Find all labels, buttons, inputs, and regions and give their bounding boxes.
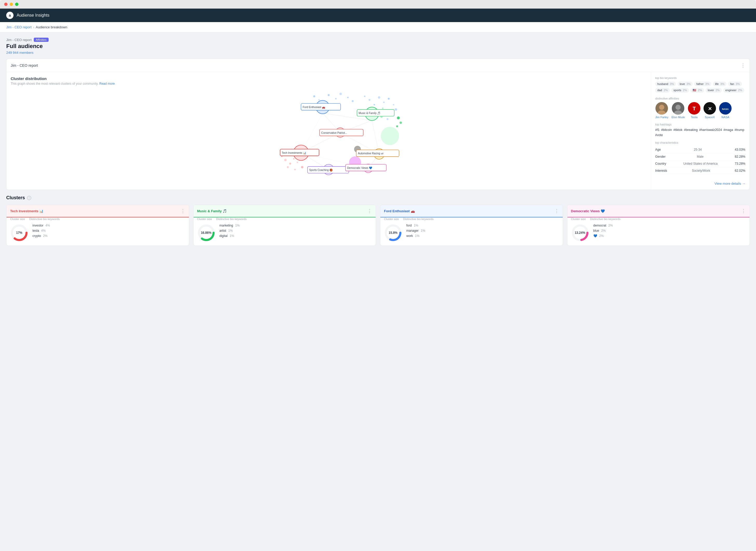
hashtag-trump: #trump	[735, 128, 744, 132]
cluster-tech-stats: 17% investor4% tesla4% crypto2%	[10, 224, 185, 242]
kw-work: work1%	[406, 234, 559, 238]
maximize-button[interactable]	[15, 3, 18, 6]
breadcrumb-parent[interactable]: Jim - CEO report	[6, 25, 32, 29]
svg-point-13	[393, 104, 395, 105]
svg-text:Music & Family 🎵: Music & Family 🎵	[359, 111, 381, 115]
kw-democrat: democrat2%	[593, 224, 746, 227]
affinity-elonmusk-name: Elon Musk	[672, 116, 685, 119]
svg-point-10	[378, 96, 381, 99]
window-chrome	[0, 0, 756, 9]
kw-blue: blue2%	[593, 229, 746, 232]
cluster-card-democratic-body: Cluster size Distinctive bio keywords 13…	[567, 217, 750, 245]
char-value-interests: Society/Work	[692, 169, 710, 172]
read-more-link[interactable]: Read more	[99, 82, 115, 85]
char-label-country: Country	[655, 162, 666, 165]
keyword-father: father 3%	[694, 82, 711, 86]
cluster-cards-grid: Tech Investments 📊 ⋮ Cluster size Distin…	[6, 205, 750, 246]
kw-tesla: tesla4%	[32, 229, 185, 232]
hashtag-harriswalz: #harriswalz2024	[699, 128, 722, 132]
cluster-music-pct: 16.86%	[201, 231, 211, 234]
svg-point-3	[347, 97, 348, 98]
view-more-row: View more details →	[655, 178, 745, 185]
main-panel: Jim - CEO report ⋮ Cluster distribution …	[6, 59, 750, 190]
cluster-distribution-title: Cluster distribution	[11, 76, 647, 81]
hashtags-list: #f1 #bitcoin #tiktok #breaking #harriswa…	[655, 128, 745, 137]
cluster-card-music-menu[interactable]: ⋮	[367, 208, 372, 214]
minimize-button[interactable]	[10, 3, 13, 6]
affinity-jimfarley[interactable]: Jim Farley	[655, 102, 668, 119]
cluster-card-tech-body: Cluster size Distinctive bio keywords 17…	[6, 217, 189, 245]
char-value-gender: Male	[697, 155, 704, 158]
cluster-card-ford-menu[interactable]: ⋮	[554, 208, 559, 214]
hashtag-tiktok: #tiktok	[673, 128, 683, 132]
svg-point-7	[364, 96, 365, 97]
svg-point-71	[659, 105, 664, 110]
cluster-card-tech-menu[interactable]: ⋮	[180, 208, 185, 214]
char-pct-interests: 62.02%	[735, 169, 745, 172]
app-title: Audiense Insights	[17, 13, 49, 18]
cluster-keywords-label-music: Distinctive bio keywords	[216, 217, 246, 220]
svg-text:Democratic Views 💙: Democratic Views 💙	[347, 166, 372, 170]
cluster-dem-donut: 13.24%	[571, 224, 589, 242]
hashtag-vote: #vote	[655, 133, 663, 137]
affinities-section: Distinctive affinities Jim Farley	[655, 97, 745, 119]
view-more-link[interactable]: View more details →	[714, 181, 745, 185]
cluster-distribution-subtitle: This graph shows the most relevant clust…	[11, 82, 647, 85]
cluster-card-music-body: Cluster size Distinctive bio keywords 16…	[193, 217, 376, 245]
svg-point-27	[284, 159, 286, 161]
svg-point-0	[327, 94, 329, 96]
svg-point-18	[400, 122, 402, 124]
report-header: Jim - CEO report Affinities Full audienc…	[6, 38, 750, 55]
affinity-nasa[interactable]: NASA NASA	[719, 102, 732, 119]
cluster-tech-pct: 17%	[16, 231, 22, 234]
hashtags-title: Top hashtags	[655, 123, 745, 126]
cluster-music-stats: 16.86% marketing1% artist1% digital1%	[197, 224, 372, 242]
char-row-gender: Gender Male 82.28%	[655, 153, 745, 160]
svg-point-33	[287, 166, 289, 168]
cluster-ford-pct: 15.8%	[389, 231, 398, 234]
cluster-sidebar: Top bio keywords husband 3% love 3% fath…	[651, 72, 750, 190]
svg-point-20	[382, 107, 384, 109]
cluster-card-democratic-menu[interactable]: ⋮	[741, 208, 746, 214]
cluster-card-tech: Tech Investments 📊 ⋮ Cluster size Distin…	[6, 205, 189, 246]
characteristics-section: Top characteristics Age 25-34 43.03% Gen…	[655, 141, 745, 174]
cluster-card-democratic-title: Democratic Views 💙	[571, 209, 605, 213]
svg-point-74	[675, 105, 681, 110]
kw-heart: 💙2%	[593, 234, 746, 238]
cluster-tech-keywords: investor4% tesla4% crypto2%	[32, 224, 185, 239]
affinity-tesla[interactable]: T Tesla	[688, 102, 700, 119]
cluster-ford-donut: 15.8%	[384, 224, 402, 242]
cluster-card-democratic: Democratic Views 💙 ⋮ Cluster size Distin…	[567, 205, 750, 246]
cluster-layout: Cluster distribution This graph shows th…	[6, 72, 750, 190]
affinity-spacex[interactable]: ✕ SpaceX	[704, 102, 716, 119]
char-row-interests: Interests Society/Work 62.02%	[655, 167, 745, 174]
cluster-size-label-music: Cluster size	[197, 217, 212, 220]
characteristics-table: Age 25-34 43.03% Gender Male 82.28% Coun…	[655, 146, 745, 174]
panel-menu-button[interactable]: ⋮	[741, 63, 745, 68]
cluster-card-democratic-header: Democratic Views 💙 ⋮	[567, 205, 750, 217]
keyword-love: love 3%	[678, 82, 693, 86]
clusters-header: Clusters i	[6, 195, 750, 200]
cluster-ford-keywords: ford1% manager1% work1%	[406, 224, 559, 239]
close-button[interactable]	[4, 3, 8, 6]
characteristics-title: Top characteristics	[655, 141, 745, 144]
kw-ford: ford1%	[406, 224, 559, 227]
clusters-info-icon[interactable]: i	[27, 196, 31, 200]
cluster-card-tech-title: Tech Investments 📊	[10, 209, 43, 213]
cluster-card-ford-header: Ford Enthusiast 🚗 ⋮	[381, 205, 563, 217]
affinity-elonmusk[interactable]: Elon Musk	[672, 102, 685, 119]
svg-point-31	[301, 166, 303, 168]
svg-point-11	[383, 102, 385, 103]
svg-point-9	[373, 104, 375, 105]
app-header: a Audiense Insights	[0, 9, 756, 22]
svg-point-1	[335, 98, 337, 99]
svg-point-5	[318, 99, 320, 101]
kw-artist: artist1%	[219, 229, 372, 232]
char-value-age: 25-34	[694, 148, 702, 151]
bio-keywords-title: Top bio keywords	[655, 76, 745, 79]
main-content: Jim - CEO report Affinities Full audienc…	[0, 32, 756, 251]
cluster-tech-donut: 17%	[10, 224, 28, 242]
kw-crypto: crypto2%	[32, 234, 185, 238]
cluster-card-tech-header: Tech Investments 📊 ⋮	[6, 205, 189, 217]
svg-text:Tech Investments 📊: Tech Investments 📊	[282, 151, 306, 154]
